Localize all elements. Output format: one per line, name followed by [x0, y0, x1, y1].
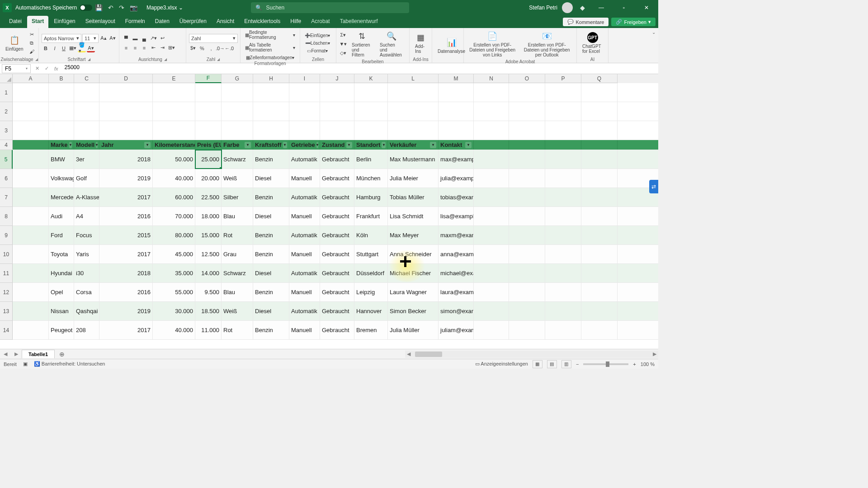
cell[interactable]: [253, 102, 289, 121]
align-bottom-button[interactable]: ▄: [140, 34, 148, 42]
cell[interactable]: [253, 83, 289, 102]
cell[interactable]: [49, 83, 74, 102]
cell[interactable]: Michael Fischer: [388, 264, 439, 282]
filter-button[interactable]: ▾: [465, 142, 472, 148]
cell[interactable]: [509, 302, 545, 320]
cell[interactable]: 18.000: [195, 207, 222, 225]
cell[interactable]: [509, 102, 545, 121]
orientation-button[interactable]: ↗▾: [149, 34, 157, 42]
cell[interactable]: [74, 121, 99, 140]
cell[interactable]: Lisa Schmidt: [388, 207, 439, 225]
cell[interactable]: [474, 150, 509, 169]
cell[interactable]: [545, 321, 581, 339]
ribbon-tab-acrobat[interactable]: Acrobat: [307, 16, 334, 28]
cell[interactable]: [13, 283, 49, 301]
table-header-cell[interactable]: Getriebe▾: [289, 140, 320, 150]
cell[interactable]: 15.000: [195, 226, 222, 244]
cell[interactable]: anna@example.com: [439, 245, 474, 263]
cell[interactable]: [474, 207, 509, 225]
cell[interactable]: [545, 283, 581, 301]
column-header[interactable]: E: [153, 74, 195, 83]
paste-button[interactable]: 📋Einfügen: [3, 33, 26, 53]
cell[interactable]: 55.000: [153, 283, 195, 301]
formula-input[interactable]: 25000: [61, 64, 658, 73]
cell[interactable]: [581, 302, 618, 320]
cell[interactable]: Benzin: [253, 188, 289, 206]
cell[interactable]: [581, 264, 618, 282]
cell[interactable]: [509, 245, 545, 263]
cell[interactable]: Weiß: [222, 302, 253, 320]
accessibility-status[interactable]: ♿ Barrierefreiheit: Untersuchen: [34, 361, 105, 367]
cell[interactable]: [509, 140, 545, 150]
cell[interactable]: Grau: [222, 245, 253, 263]
cell[interactable]: München: [354, 169, 388, 188]
cell[interactable]: Gebraucht: [320, 226, 354, 244]
percent-button[interactable]: %: [198, 44, 206, 52]
cell[interactable]: Anna Schneider: [388, 245, 439, 263]
cell[interactable]: [581, 283, 618, 301]
camera-icon[interactable]: 📷: [130, 4, 137, 11]
column-header[interactable]: Q: [581, 74, 618, 83]
cell[interactable]: 2018: [99, 150, 153, 169]
cell[interactable]: [388, 121, 439, 140]
cell[interactable]: [545, 83, 581, 102]
cell[interactable]: Peugeot: [49, 321, 74, 339]
sheet-nav-prev[interactable]: ◀: [0, 351, 11, 357]
cell[interactable]: Stuttgart: [354, 245, 388, 263]
cell[interactable]: [13, 169, 49, 188]
cell[interactable]: [13, 140, 49, 150]
currency-button[interactable]: $▾: [189, 44, 197, 52]
cell[interactable]: Blau: [222, 283, 253, 301]
column-header[interactable]: G: [222, 74, 253, 83]
cell[interactable]: [74, 102, 99, 121]
column-header[interactable]: P: [545, 74, 581, 83]
cell[interactable]: [545, 302, 581, 320]
table-header-cell[interactable]: Preis (EUR)▾: [195, 140, 222, 150]
cell[interactable]: 40.000: [153, 321, 195, 339]
cell[interactable]: Automatik: [289, 188, 320, 206]
maximize-button[interactable]: ▫: [615, 0, 633, 15]
cell[interactable]: [474, 283, 509, 301]
cell[interactable]: [289, 83, 320, 102]
cell[interactable]: juliam@example.com: [439, 321, 474, 339]
cell[interactable]: [354, 121, 388, 140]
cell[interactable]: [13, 264, 49, 282]
clear-button[interactable]: ◇▾: [339, 49, 347, 57]
cell[interactable]: Ford: [49, 226, 74, 244]
cell[interactable]: 2016: [99, 283, 153, 301]
cell[interactable]: 18.500: [195, 302, 222, 320]
filter-button[interactable]: ▾: [382, 142, 386, 148]
cell[interactable]: Hyundai: [49, 264, 74, 282]
cell[interactable]: Manuell: [289, 321, 320, 339]
cell[interactable]: [289, 121, 320, 140]
font-color-button[interactable]: A▾: [87, 44, 95, 52]
cell[interactable]: 2019: [99, 302, 153, 320]
cell[interactable]: tobias@example.com: [439, 188, 474, 206]
conditional-formatting-button[interactable]: ▦ Bedingte Formatierung ▾: [243, 29, 297, 41]
filter-button[interactable]: ▾: [69, 142, 72, 148]
sheet-tab[interactable]: Tabelle1: [22, 350, 55, 358]
row-header[interactable]: 2: [0, 102, 13, 121]
undo-icon[interactable]: ↶: [108, 4, 113, 11]
dialog-launcher-icon[interactable]: ◢: [217, 57, 220, 61]
cell[interactable]: [195, 102, 222, 121]
cell[interactable]: Gebraucht: [320, 283, 354, 301]
cell[interactable]: [474, 302, 509, 320]
underline-button[interactable]: U: [60, 44, 68, 52]
sort-filter-button[interactable]: ⇅Sortieren und Filtern: [349, 29, 375, 59]
cell[interactable]: Bremen: [354, 321, 388, 339]
cell[interactable]: [509, 121, 545, 140]
cell[interactable]: Hannover: [354, 302, 388, 320]
cell[interactable]: [474, 226, 509, 244]
row-header[interactable]: 1: [0, 83, 13, 102]
cell[interactable]: Frankfurt: [354, 207, 388, 225]
ribbon-tab-formeln[interactable]: Formeln: [121, 16, 150, 28]
cell[interactable]: Leipzig: [354, 283, 388, 301]
cell[interactable]: laura@example.com: [439, 283, 474, 301]
cell[interactable]: [509, 321, 545, 339]
cell[interactable]: 50.000: [153, 150, 195, 169]
cell[interactable]: 30.000: [153, 302, 195, 320]
cell[interactable]: Toyota: [49, 245, 74, 263]
cell[interactable]: [320, 83, 354, 102]
dialog-launcher-icon[interactable]: ◢: [164, 57, 167, 61]
